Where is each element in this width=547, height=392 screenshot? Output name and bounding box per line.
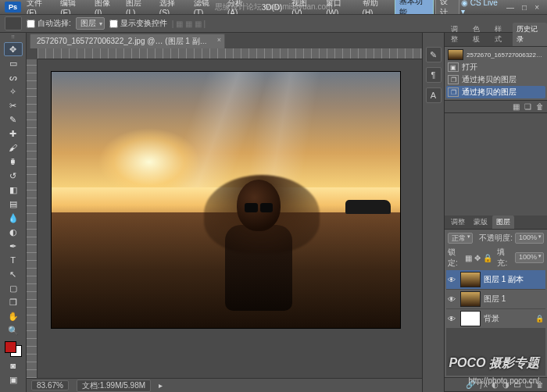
- auto-select-label: 自动选择:: [38, 18, 71, 29]
- zoom-level[interactable]: 83.67%: [31, 380, 69, 390]
- panel-dock: 调整 色板 样式 历史记录 2572670_165727006322_2.jpg…: [444, 33, 547, 392]
- adjustment-layer-icon[interactable]: ◑: [502, 380, 509, 389]
- path-select-tool[interactable]: ↖: [4, 267, 23, 281]
- lock-position-icon[interactable]: ✥: [474, 254, 481, 262]
- trash-icon[interactable]: 🗑: [536, 102, 544, 111]
- tool-preset-icon[interactable]: [5, 16, 22, 30]
- layer-row[interactable]: 👁背景🔒: [446, 309, 545, 329]
- canvas[interactable]: [52, 72, 400, 328]
- document-tab-label: 2572670_165727006322_2.jpg @… (图层 1 副本, …: [37, 37, 225, 45]
- history-step[interactable]: ❐通过拷贝的图层: [446, 86, 545, 98]
- crop-tool[interactable]: ✂: [4, 98, 23, 112]
- open-icon: ▣: [448, 62, 459, 72]
- auto-select-checkbox[interactable]: 自动选择:: [27, 18, 71, 29]
- image-car: [345, 200, 391, 214]
- tab-layers[interactable]: 图层: [492, 216, 514, 229]
- color-swatches[interactable]: [3, 340, 23, 358]
- document-tabs: 2572670_165727006322_2.jpg @… (图层 1 副本, …: [27, 33, 422, 48]
- group-icon[interactable]: 🗀: [513, 380, 521, 389]
- layer-name: 背景: [484, 313, 499, 324]
- fg-color[interactable]: [5, 341, 16, 353]
- eyedropper-tool[interactable]: ✎: [4, 112, 23, 127]
- close-tab-icon[interactable]: ×: [217, 36, 221, 44]
- tab-swatches[interactable]: 色板: [469, 23, 490, 46]
- app-logo[interactable]: Ps: [5, 2, 21, 12]
- history-step-label: 打开: [462, 62, 477, 73]
- work-area: ⠿ ✥ ▭ ᔕ ✧ ✂ ✎ ✚ 🖌 ⧯ ↺ ◧ ▤ 💧 ◐ ✒ T ↖ ▢ ❒ …: [0, 33, 547, 392]
- lock-icon: 🔒: [535, 315, 544, 323]
- tool-palette: ⠿ ✥ ▭ ᔕ ✧ ✂ ✎ ✚ 🖌 ⧯ ↺ ◧ ▤ 💧 ◐ ✒ T ↖ ▢ ❒ …: [0, 33, 27, 392]
- fill-label: 填充:: [497, 247, 512, 269]
- move-tool[interactable]: ✥: [4, 42, 23, 56]
- menu-3d[interactable]: 3D(D): [258, 3, 287, 12]
- pen-tool[interactable]: ✒: [4, 239, 23, 253]
- link-layers-icon[interactable]: 🔗: [466, 380, 475, 389]
- palette-grip[interactable]: ⠿: [11, 34, 16, 42]
- layers-empty-area[interactable]: [446, 329, 545, 376]
- blend-mode-select[interactable]: 正常: [448, 233, 473, 244]
- dock-character-icon[interactable]: A: [426, 87, 442, 103]
- layer-mask-icon[interactable]: ◐: [492, 380, 499, 389]
- shape-tool[interactable]: ▢: [4, 281, 23, 295]
- stamp-tool[interactable]: ⧯: [4, 155, 23, 169]
- window-min[interactable]: —: [503, 3, 517, 12]
- document-area: 2572670_165727006322_2.jpg @… (图层 1 副本, …: [27, 33, 422, 392]
- tab-adjustments[interactable]: 调整: [447, 216, 469, 229]
- tab-masks[interactable]: 蒙版: [470, 216, 492, 229]
- cs-live[interactable]: ◉ CS Live ▾: [461, 0, 502, 16]
- window-close[interactable]: ×: [531, 3, 542, 12]
- lock-pixels-icon[interactable]: ▦: [465, 254, 472, 262]
- horizontal-ruler[interactable]: [38, 48, 422, 59]
- blur-tool[interactable]: 💧: [4, 211, 23, 225]
- new-layer-icon[interactable]: ❏: [525, 380, 532, 389]
- auto-select-mode[interactable]: 图层: [76, 17, 105, 30]
- layer-via-copy-icon: ❐: [448, 87, 459, 97]
- show-transform-checkbox[interactable]: 显示变换控件: [109, 18, 167, 29]
- canvas-viewport: [27, 48, 422, 378]
- lasso-tool[interactable]: ᔕ: [4, 70, 23, 84]
- doc-info[interactable]: 文档:1.99M/5.98M: [77, 380, 151, 392]
- new-snapshot-icon[interactable]: ▦: [513, 102, 520, 111]
- tab-adjust[interactable]: 调整: [447, 23, 468, 46]
- history-panel: 调整 色板 样式 历史记录 2572670_165727006322_2.jpg…: [445, 33, 547, 113]
- history-snapshot[interactable]: 2572670_165727006322_2.jpg: [446, 48, 545, 61]
- layer-thumb: [460, 272, 481, 287]
- quick-select-tool[interactable]: ✧: [4, 84, 23, 98]
- type-tool[interactable]: T: [4, 253, 23, 267]
- vertical-ruler[interactable]: [27, 59, 38, 378]
- tab-styles[interactable]: 样式: [491, 23, 512, 46]
- visibility-icon[interactable]: 👁: [448, 295, 457, 304]
- document-tab[interactable]: 2572670_165727006322_2.jpg @… (图层 1 副本, …: [30, 34, 225, 48]
- layer-thumb: [460, 311, 481, 326]
- quickmask-toggle[interactable]: ◙: [4, 358, 23, 372]
- dock-brush-icon[interactable]: ✎: [426, 47, 442, 62]
- visibility-icon[interactable]: 👁: [448, 315, 457, 323]
- lock-all-icon[interactable]: 🔒: [483, 254, 492, 262]
- layer-fx-icon[interactable]: ƒx: [479, 380, 488, 389]
- screenmode-toggle[interactable]: ▣: [4, 372, 23, 387]
- window-max[interactable]: □: [519, 3, 530, 12]
- eraser-tool[interactable]: ◧: [4, 183, 23, 197]
- zoom-tool[interactable]: 🔍: [4, 323, 23, 337]
- 3d-tool[interactable]: ❒: [4, 295, 23, 309]
- doc-info-chevron[interactable]: ▸: [159, 381, 163, 390]
- marquee-tool[interactable]: ▭: [4, 56, 23, 70]
- dodge-tool[interactable]: ◐: [4, 225, 23, 239]
- history-step[interactable]: ▣打开: [446, 61, 545, 73]
- healing-tool[interactable]: ✚: [4, 127, 23, 141]
- opacity-input[interactable]: 100%: [515, 233, 544, 244]
- trash-icon[interactable]: 🗑: [536, 380, 544, 389]
- visibility-icon[interactable]: 👁: [448, 276, 457, 284]
- tab-history[interactable]: 历史记录: [513, 23, 547, 46]
- new-doc-icon[interactable]: ❏: [524, 102, 531, 111]
- history-step-label: 通过拷贝的图层: [462, 74, 517, 85]
- brush-tool[interactable]: 🖌: [4, 141, 23, 155]
- history-brush-tool[interactable]: ↺: [4, 169, 23, 183]
- history-step[interactable]: ❐通过拷贝的图层: [446, 73, 545, 86]
- hand-tool[interactable]: ✋: [4, 309, 23, 323]
- layer-row[interactable]: 👁图层 1: [446, 290, 545, 309]
- gradient-tool[interactable]: ▤: [4, 197, 23, 211]
- fill-input[interactable]: 100%: [515, 252, 544, 263]
- dock-paragraph-icon[interactable]: ¶: [426, 67, 442, 83]
- layer-row[interactable]: 👁图层 1 副本: [446, 270, 545, 290]
